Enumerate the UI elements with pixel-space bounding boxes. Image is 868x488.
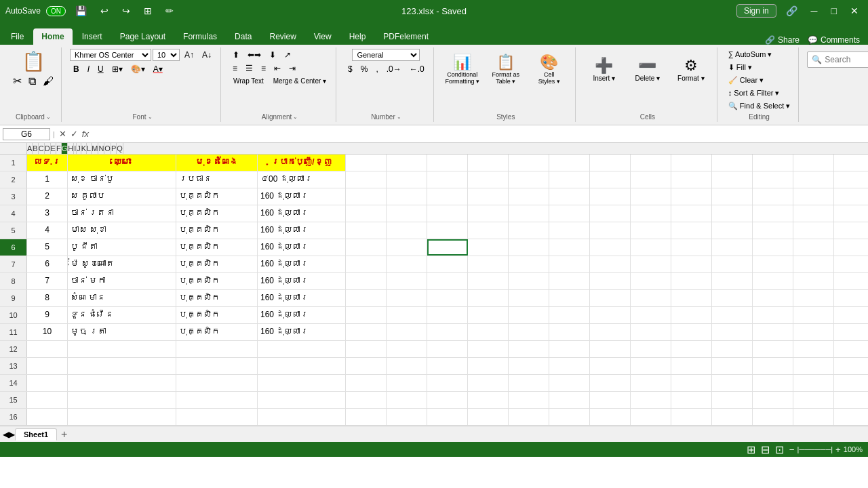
- cell-M6[interactable]: [671, 239, 712, 256]
- cell-B1[interactable]: ឈ្មោះ: [68, 155, 176, 171]
- cell-I3[interactable]: [509, 188, 549, 205]
- cell-G13[interactable]: [427, 358, 468, 374]
- cell-M2[interactable]: [671, 171, 712, 188]
- cell-B15[interactable]: [68, 392, 176, 408]
- cell-B6[interactable]: បូ​ ជីតា: [68, 239, 176, 256]
- cell-M14[interactable]: [671, 375, 712, 391]
- cell-D8[interactable]: 160 ដុល្លារ: [258, 273, 346, 289]
- cell-M12[interactable]: [671, 341, 712, 357]
- cell-A1[interactable]: លទ.រ: [27, 155, 68, 171]
- align-center-button[interactable]: ☰: [242, 62, 256, 75]
- align-right-button[interactable]: ≡: [258, 62, 269, 75]
- cell-Q10[interactable]: [834, 307, 868, 323]
- cell-H14[interactable]: [468, 375, 509, 391]
- font-expand-icon[interactable]: ⌄: [148, 114, 153, 120]
- alignment-expand-icon[interactable]: ⌄: [293, 114, 298, 120]
- cell-M5[interactable]: [671, 222, 712, 239]
- cell-I13[interactable]: [509, 358, 549, 374]
- align-bottom-button[interactable]: ⬇: [266, 49, 279, 61]
- col-header-c[interactable]: C: [39, 143, 45, 154]
- clear-button[interactable]: 🧹 Clear ▾: [726, 75, 766, 86]
- cell-E1[interactable]: [346, 155, 387, 171]
- cell-H7[interactable]: [468, 256, 509, 272]
- col-header-p[interactable]: P: [111, 143, 117, 154]
- autosum-button[interactable]: ∑ AutoSum ▾: [726, 49, 775, 60]
- cell-M3[interactable]: [671, 188, 712, 205]
- cell-F14[interactable]: [387, 375, 427, 391]
- paste-icon[interactable]: 📋: [18, 49, 50, 74]
- cell-A14[interactable]: [27, 375, 68, 391]
- cell-D14[interactable]: [258, 375, 346, 391]
- cell-G6[interactable]: [427, 239, 468, 256]
- cell-B9[interactable]: សំណ មាន: [68, 290, 176, 306]
- cell-A16[interactable]: [27, 409, 68, 425]
- cell-C5[interactable]: បុគ្គលិក: [176, 222, 258, 239]
- confirm-formula-button[interactable]: ✓: [69, 129, 79, 139]
- cell-C13[interactable]: [176, 358, 258, 374]
- cell-N4[interactable]: [712, 205, 753, 222]
- cell-D7[interactable]: 160 ដុល្លារ: [258, 256, 346, 272]
- bold-button[interactable]: B: [70, 63, 83, 75]
- cell-C4[interactable]: បុគ្គលិក: [176, 205, 258, 222]
- cell-E4[interactable]: [346, 205, 387, 222]
- tab-file[interactable]: File: [3, 28, 32, 45]
- cell-J2[interactable]: [549, 171, 590, 188]
- cell-C12[interactable]: [176, 341, 258, 357]
- align-top-button[interactable]: ⬆: [229, 49, 243, 61]
- cell-G5[interactable]: [427, 222, 468, 239]
- page-break-view-button[interactable]: ⊟: [761, 443, 770, 456]
- cell-G4[interactable]: [427, 205, 468, 222]
- cell-I6[interactable]: [509, 239, 549, 256]
- cell-K16[interactable]: [590, 409, 631, 425]
- number-expand-icon[interactable]: ⌄: [397, 114, 401, 120]
- col-header-b[interactable]: B: [33, 143, 38, 154]
- cell-N2[interactable]: [712, 171, 753, 188]
- row-number-3[interactable]: 3: [0, 188, 27, 205]
- cell-B5[interactable]: មាស សុខា: [68, 222, 176, 239]
- cell-J9[interactable]: [549, 290, 590, 306]
- number-format-select[interactable]: General: [352, 49, 420, 61]
- cell-D12[interactable]: [258, 341, 346, 357]
- cell-F10[interactable]: [387, 307, 427, 323]
- cell-A8[interactable]: 7: [27, 273, 68, 289]
- cell-M4[interactable]: [671, 205, 712, 222]
- cell-E3[interactable]: [346, 188, 387, 205]
- zoom-out-button[interactable]: −: [789, 445, 795, 455]
- cell-I10[interactable]: [509, 307, 549, 323]
- format-painter-button[interactable]: 🖌: [41, 74, 56, 88]
- conditional-formatting-button[interactable]: 📊 Conditional Formatting ▾: [442, 49, 483, 89]
- cell-G10[interactable]: [427, 307, 468, 323]
- cell-C3[interactable]: បុគ្គលិក: [176, 188, 258, 205]
- cell-J5[interactable]: [549, 222, 590, 239]
- cell-N8[interactable]: [712, 273, 753, 289]
- cell-J12[interactable]: [549, 341, 590, 357]
- row-number-16[interactable]: 16: [0, 409, 27, 425]
- cell-L6[interactable]: [631, 239, 671, 256]
- cell-L1[interactable]: [631, 155, 671, 171]
- cell-F4[interactable]: [387, 205, 427, 222]
- cell-H12[interactable]: [468, 341, 509, 357]
- cell-G15[interactable]: [427, 392, 468, 408]
- cell-G1[interactable]: [427, 155, 468, 171]
- cell-P2[interactable]: [793, 171, 834, 188]
- cell-K4[interactable]: [590, 205, 631, 222]
- cell-M7[interactable]: [671, 256, 712, 272]
- cell-P7[interactable]: [793, 256, 834, 272]
- cell-C9[interactable]: បុគ្គលិក: [176, 290, 258, 306]
- cell-B11[interactable]: មូច ត្រា: [68, 324, 176, 340]
- fill-button[interactable]: ⬇ Fill ▾: [726, 62, 755, 73]
- cell-F16[interactable]: [387, 409, 427, 425]
- cell-H3[interactable]: [468, 188, 509, 205]
- cell-I8[interactable]: [509, 273, 549, 289]
- cell-C11[interactable]: បុគ្គលិក: [176, 324, 258, 340]
- fill-color-button[interactable]: 🎨▾: [127, 63, 149, 75]
- cell-F3[interactable]: [387, 188, 427, 205]
- cell-styles-button[interactable]: 🎨 Cell Styles ▾: [529, 49, 570, 89]
- cell-C10[interactable]: បុគ្គលិក: [176, 307, 258, 323]
- cell-L5[interactable]: [631, 222, 671, 239]
- cell-B13[interactable]: [68, 358, 176, 374]
- cell-O13[interactable]: [753, 358, 793, 374]
- cell-K2[interactable]: [590, 171, 631, 188]
- cell-G14[interactable]: [427, 375, 468, 391]
- cell-O15[interactable]: [753, 392, 793, 408]
